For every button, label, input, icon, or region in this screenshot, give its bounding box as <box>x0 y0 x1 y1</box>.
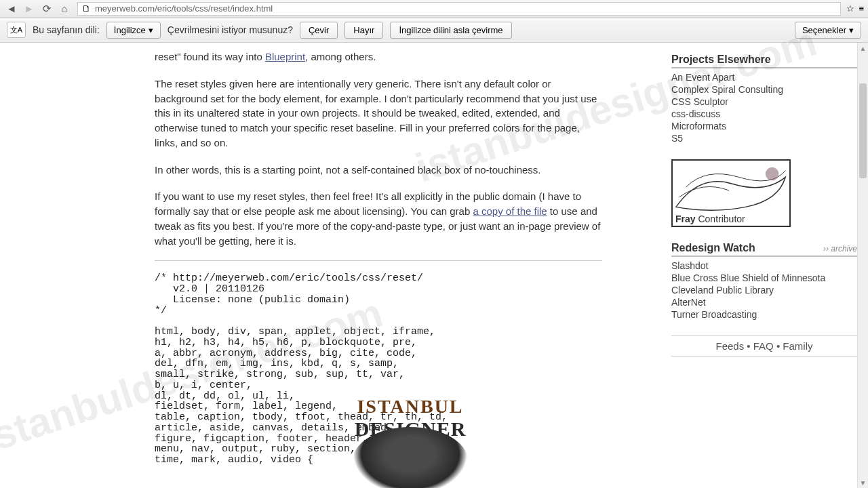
chevron-down-icon: ▾ <box>849 25 854 35</box>
paragraph: reset" found its way into Blueprint, amo… <box>155 49 602 64</box>
sidebar-footer-links[interactable]: Feeds • FAQ • Family <box>671 336 857 357</box>
bookmark-icon[interactable]: ☆ <box>846 3 854 14</box>
logo-shape-icon <box>353 427 468 488</box>
url-text: meyerweb.com/eric/tools/css/reset/index.… <box>95 3 273 14</box>
logo-line1: ISTANBUL <box>353 396 468 418</box>
forward-button[interactable]: ► <box>22 2 37 16</box>
translate-bar: 文A Bu sayfanın dili: İngilizce ▾ Çevrilm… <box>0 18 868 43</box>
scroll-down-icon[interactable]: ▼ <box>858 477 868 488</box>
sidebar-link[interactable]: S5 <box>671 132 857 144</box>
paragraph: In other words, this is a starting point… <box>155 163 602 178</box>
projects-title: Projects Elsewhere <box>671 54 857 68</box>
translate-icon: 文A <box>7 22 26 38</box>
projects-list: An Event Apart Complex Spiral Consulting… <box>671 71 857 144</box>
paragraph: The reset styles given here are intentio… <box>155 77 602 150</box>
fray-badge[interactable]: Fray Contributor <box>671 159 791 227</box>
paragraph: If you want to use my reset styles, then… <box>155 189 602 248</box>
language-dropdown[interactable]: İngilizce ▾ <box>106 22 161 39</box>
sidebar-link[interactable]: Complex Spiral Consulting <box>671 83 857 96</box>
browser-toolbar: ◄ ► ⟳ ⌂ 🗋 meyerweb.com/eric/tools/css/re… <box>0 0 868 18</box>
translate-button[interactable]: Çevir <box>300 22 338 39</box>
page-icon: 🗋 <box>82 3 91 14</box>
sidebar-link[interactable]: Microformats <box>671 120 857 132</box>
home-button[interactable]: ⌂ <box>57 2 72 16</box>
blueprint-link[interactable]: Blueprint <box>265 51 305 62</box>
redesign-title: Redesign Watch ›› archive <box>671 242 857 257</box>
reload-button[interactable]: ⟳ <box>39 2 54 16</box>
chevron-down-icon: ▾ <box>149 25 153 35</box>
logo-overlay: ISTANBUL DESIGNER <box>353 396 468 488</box>
scroll-up-icon[interactable]: ▲ <box>858 43 868 54</box>
sidebar-link[interactable]: AlterNet <box>671 296 857 308</box>
divider <box>155 260 602 261</box>
sidebar: Projects Elsewhere An Event Apart Comple… <box>671 43 868 488</box>
scroll-thumb[interactable] <box>859 83 867 178</box>
fray-label: Fray Contributor <box>675 214 745 224</box>
back-button[interactable]: ◄ <box>4 2 19 16</box>
sidebar-link[interactable]: Slashdot <box>671 260 857 272</box>
never-translate-button[interactable]: İngilizce dilini asla çevirme <box>390 22 511 39</box>
page-lang-label: Bu sayfanın dili: <box>33 24 100 35</box>
svg-point-0 <box>766 167 779 181</box>
menu-icon[interactable]: ≡ <box>859 3 864 14</box>
archive-link[interactable]: ›› archive <box>823 244 857 253</box>
redesign-list: Slashdot Blue Cross Blue Shield of Minne… <box>671 260 857 321</box>
scrollbar[interactable]: ▲ ▼ <box>857 43 868 488</box>
sidebar-link[interactable]: CSS Sculptor <box>671 96 857 108</box>
sidebar-link[interactable]: Cleveland Public Library <box>671 284 857 296</box>
sidebar-link[interactable]: An Event Apart <box>671 71 857 83</box>
sidebar-link[interactable]: Turner Broadcasting <box>671 308 857 321</box>
options-dropdown[interactable]: Seçenekler ▾ <box>795 22 861 39</box>
sidebar-link[interactable]: css-discuss <box>671 108 857 120</box>
translate-question: Çevrilmesini istiyor musunuz? <box>167 24 293 35</box>
no-button[interactable]: Hayır <box>344 22 383 39</box>
address-bar[interactable]: 🗋 meyerweb.com/eric/tools/css/reset/inde… <box>77 2 841 16</box>
sidebar-link[interactable]: Blue Cross Blue Shield of Minnesota <box>671 272 857 284</box>
file-copy-link[interactable]: a copy of the file <box>473 205 547 217</box>
